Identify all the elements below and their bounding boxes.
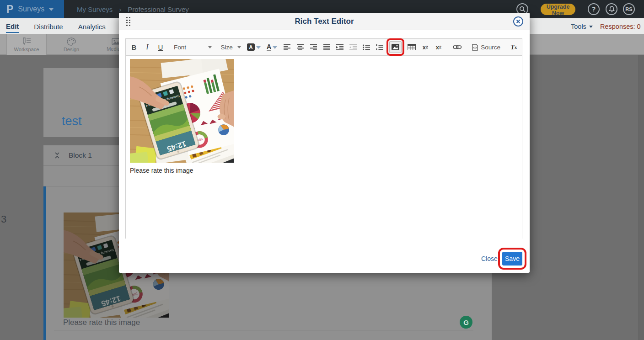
align-right-icon bbox=[310, 44, 317, 50]
page-scrollbar[interactable] bbox=[639, 55, 644, 340]
remove-format-button[interactable]: Tx bbox=[510, 41, 517, 53]
workspace-tile[interactable]: Workspace bbox=[6, 34, 47, 55]
search-icon bbox=[519, 6, 526, 12]
avatar-initials: RS bbox=[625, 6, 632, 12]
subscript-2: 2 bbox=[426, 45, 428, 49]
modal-header: Rich Text Editor bbox=[119, 13, 530, 30]
underline-button[interactable]: U bbox=[157, 41, 164, 53]
breadcrumb-survey-name: Professional Survey bbox=[128, 5, 188, 13]
chevron-down-icon bbox=[237, 46, 241, 50]
question-number: 3 bbox=[1, 213, 6, 225]
question-text[interactable]: Please rate this image bbox=[63, 318, 140, 327]
avatar[interactable]: RS bbox=[623, 3, 635, 15]
upgrade-now-button[interactable]: Upgrade Now bbox=[541, 4, 575, 15]
workspace-label: Workspace bbox=[14, 47, 39, 52]
remove-format-t: T bbox=[510, 43, 515, 51]
workspace-icon bbox=[21, 37, 32, 46]
app-screen: 50% bbox=[0, 0, 644, 340]
remove-format-x: x bbox=[515, 45, 517, 50]
rte-body-text[interactable]: Please rate this image bbox=[130, 167, 518, 174]
italic-button[interactable]: I bbox=[144, 41, 151, 53]
align-center-icon bbox=[297, 44, 304, 50]
text-color-button[interactable]: A bbox=[267, 43, 277, 51]
tools-dropdown[interactable]: Tools bbox=[571, 18, 593, 34]
help-button[interactable]: ? bbox=[588, 3, 600, 15]
justify-button[interactable] bbox=[323, 41, 330, 53]
superscript-x: x bbox=[436, 44, 439, 51]
rich-text-editor-modal: Rich Text Editor B I U Font bbox=[119, 13, 530, 273]
source-button[interactable]: Source bbox=[472, 44, 500, 51]
close-icon bbox=[516, 19, 521, 24]
insert-table-button[interactable] bbox=[408, 41, 415, 53]
font-dropdown[interactable]: Font bbox=[174, 44, 212, 51]
surveys-menu-label: Surveys bbox=[18, 5, 44, 13]
design-palette-icon bbox=[67, 37, 76, 46]
decrease-indent-button bbox=[349, 41, 357, 53]
size-dropdown-label: Size bbox=[220, 44, 232, 51]
proprofs-logo: P bbox=[6, 3, 13, 16]
tab-distribute[interactable]: Distribute bbox=[34, 20, 63, 32]
source-file-icon bbox=[472, 44, 478, 51]
block-label[interactable]: Block 1 bbox=[69, 151, 92, 159]
insert-link-button[interactable] bbox=[453, 41, 462, 53]
bulleted-list-button[interactable] bbox=[363, 41, 370, 53]
design-tile[interactable]: Design bbox=[51, 34, 91, 55]
table-icon bbox=[408, 44, 415, 50]
increase-indent-icon bbox=[336, 44, 343, 50]
insert-image-button[interactable] bbox=[389, 41, 402, 53]
rich-text-editor: B I U Font Size A A bbox=[125, 38, 522, 239]
modal-title: Rich Text Editor bbox=[119, 13, 530, 30]
decrease-indent-icon bbox=[349, 44, 357, 50]
design-label: Design bbox=[64, 47, 79, 52]
modal-close-button[interactable] bbox=[513, 16, 523, 27]
save-button[interactable]: Save bbox=[502, 252, 522, 266]
align-left-icon bbox=[284, 44, 290, 50]
breadcrumb-separator: › bbox=[119, 5, 121, 13]
bulleted-list-icon bbox=[363, 44, 370, 50]
notifications-button[interactable] bbox=[606, 3, 617, 15]
rte-content-area[interactable]: Please rate this image bbox=[126, 56, 522, 239]
tab-edit[interactable]: Edit bbox=[6, 20, 19, 33]
image-icon bbox=[392, 44, 399, 50]
bold-button[interactable]: B bbox=[130, 41, 138, 53]
background-color-letter: A bbox=[247, 43, 255, 51]
chevron-down-icon bbox=[208, 46, 212, 50]
responses-count: Responses: 0 bbox=[600, 18, 641, 34]
align-center-button[interactable] bbox=[296, 41, 304, 53]
drag-handle[interactable] bbox=[126, 17, 130, 26]
chevron-down-icon bbox=[273, 46, 277, 51]
superscript-button[interactable]: x2 bbox=[435, 41, 442, 53]
grammarly-icon[interactable]: G bbox=[460, 316, 472, 329]
surveys-menu[interactable]: P Surveys bbox=[0, 0, 64, 18]
subscript-x: x bbox=[423, 44, 426, 51]
link-icon bbox=[453, 45, 462, 49]
font-dropdown-label: Font bbox=[174, 44, 186, 51]
breadcrumb-my-surveys[interactable]: My Surveys bbox=[77, 5, 113, 13]
tools-label: Tools bbox=[571, 23, 586, 30]
align-left-button[interactable] bbox=[283, 41, 290, 53]
grammarly-letter: G bbox=[463, 319, 469, 326]
text-color-letter: A bbox=[267, 43, 271, 51]
chevron-down-icon bbox=[256, 46, 261, 51]
numbered-list-icon bbox=[376, 44, 383, 50]
survey-title-text[interactable]: test bbox=[62, 114, 82, 128]
size-dropdown[interactable]: Size bbox=[220, 44, 241, 51]
background-color-button[interactable]: A bbox=[247, 43, 261, 51]
collapse-block-icon[interactable] bbox=[54, 152, 60, 159]
bell-icon bbox=[609, 6, 615, 12]
tab-analytics[interactable]: Analytics bbox=[78, 20, 106, 32]
selected-question-indicator bbox=[43, 186, 46, 340]
modal-close-link[interactable]: Close bbox=[481, 255, 498, 262]
question-divider bbox=[54, 330, 473, 330]
subscript-button[interactable]: x2 bbox=[422, 41, 429, 53]
align-right-button[interactable] bbox=[310, 41, 317, 53]
chevron-down-icon bbox=[49, 8, 54, 13]
inserted-image[interactable] bbox=[130, 58, 234, 163]
numbered-list-button[interactable] bbox=[376, 41, 383, 53]
chevron-down-icon bbox=[589, 26, 593, 30]
source-label: Source bbox=[481, 44, 500, 51]
rte-toolbar: B I U Font Size A A bbox=[126, 39, 522, 56]
justify-icon bbox=[323, 44, 330, 50]
increase-indent-button[interactable] bbox=[336, 41, 343, 53]
help-icon: ? bbox=[592, 5, 596, 13]
